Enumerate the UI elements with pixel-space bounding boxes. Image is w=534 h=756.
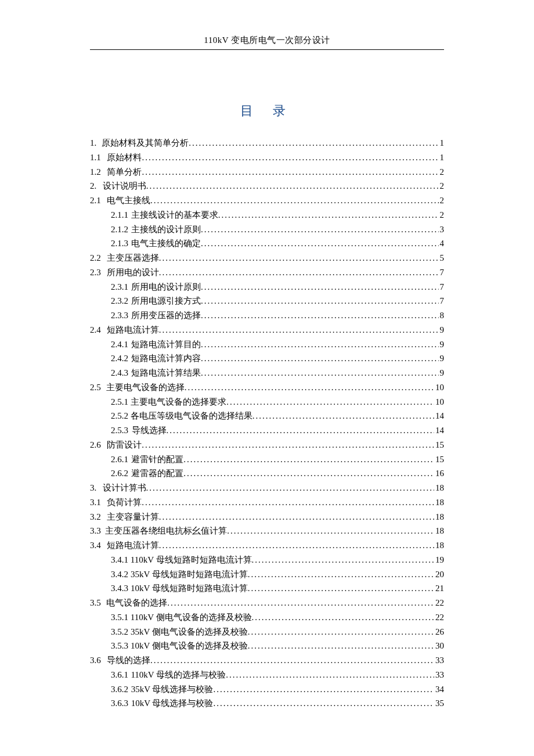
- dot-leader: [252, 409, 434, 423]
- toc-entry-page: 9: [439, 351, 445, 366]
- toc-entry-number: 2.6.2: [111, 466, 128, 481]
- toc-entry-title: 35kV 侧电气设备的选择及校验: [131, 625, 248, 639]
- toc-entry: 3.5.310kV 侧电气设备的选择及校验30: [90, 639, 444, 653]
- toc-entry-title: 短路电流计算: [107, 538, 159, 553]
- toc-entry-title: 电气设备的选择: [106, 596, 167, 610]
- toc-entry-number: 3.5.2: [111, 625, 128, 639]
- dot-leader: [150, 193, 438, 208]
- dot-leader: [248, 639, 434, 653]
- toc-entry: 2.3.3所用变压器的选择8: [90, 308, 444, 323]
- toc-entry-page: 21: [434, 581, 444, 596]
- toc-entry-page: 19: [434, 553, 444, 567]
- toc-entry-title: 电气主接线: [107, 193, 150, 208]
- toc-entry-page: 5: [439, 251, 445, 265]
- toc-entry-page: 2: [439, 179, 445, 193]
- toc-entry-title: 所用变压器的选择: [131, 308, 201, 323]
- toc-entry-title: 导线的选择: [107, 653, 150, 668]
- toc-entry-title: 原始材料及其简单分析: [102, 136, 189, 150]
- toc-entry: 2.4.2短路电流计算内容9: [90, 351, 444, 366]
- toc-heading: 目 录: [41, 102, 493, 120]
- toc-entry-title: 避雷器的配置: [131, 466, 183, 481]
- toc-entry-page: 2: [439, 208, 445, 222]
- toc-entry: 3.5电气设备的选择22: [90, 596, 444, 610]
- toc-entry-page: 7: [439, 280, 445, 294]
- toc-entry-title: 10kV 母线选择与校验: [131, 696, 214, 711]
- dot-leader: [159, 265, 439, 280]
- toc-entry-title: 主接线的设计原则: [131, 222, 201, 237]
- toc-entry-page: 18: [434, 524, 444, 538]
- toc-entry: 3.3主变压器各绕组电抗标幺值计算18: [90, 524, 444, 538]
- toc-entry-title: 短路电流计算目的: [131, 337, 201, 352]
- table-of-contents: 1.原始材料及其简单分析11.1原始材料11.2简单分析22.设计说明书22.1…: [90, 136, 444, 711]
- dot-leader: [183, 452, 434, 467]
- toc-entry: 2.4.1短路电流计算目的9: [90, 337, 444, 352]
- dot-leader: [201, 308, 439, 323]
- toc-entry-number: 3.1: [90, 495, 101, 510]
- dot-leader: [201, 280, 439, 294]
- toc-entry: 2.设计说明书2: [90, 179, 444, 193]
- toc-entry-title: 设计说明书: [103, 179, 146, 193]
- dot-leader: [142, 438, 434, 452]
- toc-entry-title: 短路电流计算: [107, 323, 159, 337]
- toc-entry-number: 3.4.1: [111, 553, 128, 567]
- toc-entry-title: 110kV 侧电气设备的选择及校验: [131, 610, 252, 625]
- toc-entry-number: 2.3.1: [111, 280, 128, 294]
- toc-entry: 3.4.235kV 母线短路时短路电流计算20: [90, 567, 444, 582]
- dot-leader: [159, 251, 439, 265]
- toc-entry-page: 18: [434, 510, 444, 524]
- dot-leader: [201, 351, 439, 366]
- dot-leader: [142, 495, 434, 510]
- toc-entry-page: 7: [439, 265, 445, 280]
- dot-leader: [201, 222, 439, 237]
- toc-entry-number: 1.1: [90, 150, 101, 165]
- toc-entry-title: 防雷设计: [107, 438, 142, 452]
- dot-leader: [142, 150, 438, 165]
- dot-leader: [201, 366, 439, 380]
- toc-entry: 3.设计计算书18: [90, 481, 444, 495]
- dot-leader: [252, 553, 434, 567]
- toc-entry-page: 22: [434, 610, 444, 625]
- toc-entry-title: 35kV 母线短路时短路电流计算: [131, 567, 248, 582]
- toc-entry: 3.1负荷计算18: [90, 495, 444, 510]
- running-header: 110kV 变电所电气一次部分设计: [90, 35, 444, 50]
- toc-entry-page: 20: [434, 567, 444, 582]
- toc-entry-page: 9: [439, 366, 445, 380]
- toc-entry: 3.6.235kV 母线选择与校验34: [90, 682, 444, 697]
- toc-entry-page: 26: [434, 625, 444, 639]
- toc-entry-page: 2: [439, 165, 445, 179]
- toc-entry-number: 3.4.3: [111, 581, 128, 596]
- toc-entry-title: 简单分析: [107, 165, 142, 179]
- dot-leader: [167, 423, 434, 438]
- dot-leader: [201, 236, 439, 251]
- toc-entry: 1.原始材料及其简单分析1: [90, 136, 444, 150]
- dot-leader: [150, 653, 434, 668]
- toc-entry-number: 3.2: [90, 510, 101, 524]
- toc-entry-page: 14: [434, 423, 444, 438]
- toc-entry-page: 18: [434, 538, 444, 553]
- toc-entry-number: 2.4.1: [111, 337, 128, 352]
- dot-leader: [146, 481, 434, 495]
- toc-entry-title: 所用电源引接方式: [131, 294, 201, 308]
- toc-entry-page: 18: [434, 481, 444, 495]
- toc-entry-number: 2.4.2: [111, 351, 128, 366]
- toc-entry: 2.3所用电的设计7: [90, 265, 444, 280]
- dot-leader: [201, 337, 439, 352]
- toc-entry-title: 各电压等级电气设备的选择结果: [131, 409, 252, 423]
- toc-entry: 2.5.1主要电气设备的选择要求10: [90, 395, 444, 409]
- toc-entry: 2.3.1所用电的设计原则7: [90, 280, 444, 294]
- toc-entry: 2.1电气主接线2: [90, 193, 444, 208]
- toc-entry-number: 3.5: [90, 596, 101, 610]
- toc-entry-title: 所用电的设计: [107, 265, 159, 280]
- toc-entry-title: 10kV 母线短路时短路电流计算: [131, 581, 248, 596]
- toc-entry-number: 3.6.2: [111, 682, 128, 697]
- dot-leader: [201, 294, 439, 308]
- toc-entry-page: 35: [434, 696, 444, 711]
- toc-entry: 2.1.2主接线的设计原则3: [90, 222, 444, 237]
- toc-entry-number: 2.5.3: [111, 423, 128, 438]
- toc-entry-number: 2.1.2: [111, 222, 128, 237]
- toc-entry-page: 33: [434, 653, 444, 668]
- dot-leader: [183, 466, 434, 481]
- toc-entry-page: 7: [439, 294, 445, 308]
- dot-leader: [218, 208, 439, 222]
- dot-leader: [226, 395, 434, 409]
